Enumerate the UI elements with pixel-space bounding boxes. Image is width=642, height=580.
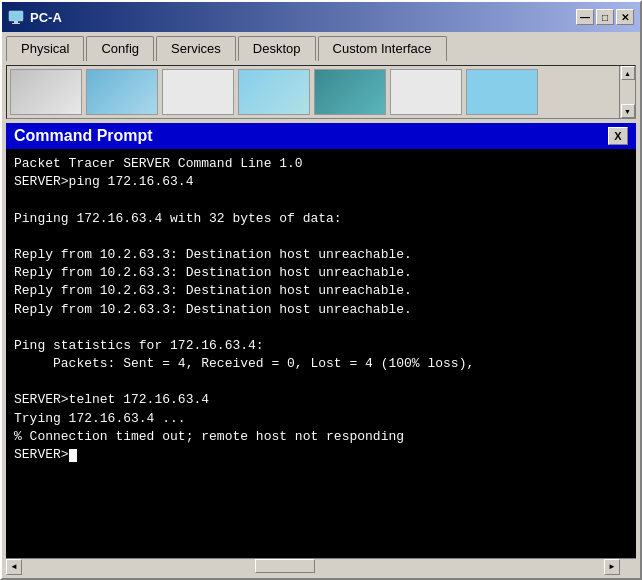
icon-thumb-3[interactable]	[162, 69, 234, 115]
scroll-down-icon[interactable]: ▼	[621, 104, 635, 118]
bottom-scrollbar: ◄ ►	[6, 558, 636, 574]
icon-thumb-4[interactable]	[238, 69, 310, 115]
scroll-corner	[620, 559, 636, 575]
maximize-button[interactable]: □	[596, 9, 614, 25]
tab-bar: Physical Config Services Desktop Custom …	[2, 32, 640, 61]
close-button[interactable]: ✕	[616, 9, 634, 25]
window-title: PC-A	[30, 10, 62, 25]
icon-thumb-6[interactable]	[390, 69, 462, 115]
tab-physical[interactable]: Physical	[6, 36, 84, 61]
scroll-up-icon[interactable]: ▲	[621, 66, 635, 80]
minimize-button[interactable]: —	[576, 9, 594, 25]
title-buttons: — □ ✕	[576, 9, 634, 25]
horizontal-scroll-thumb[interactable]	[255, 559, 315, 573]
scroll-left-button[interactable]: ◄	[6, 559, 22, 575]
cmd-title: Command Prompt	[14, 127, 153, 145]
svg-rect-2	[12, 23, 20, 24]
cursor	[69, 449, 77, 462]
content-area: ▲ ▼ Command Prompt X Packet Tracer SERVE…	[2, 61, 640, 578]
scroll-right-button[interactable]: ►	[604, 559, 620, 575]
tab-desktop[interactable]: Desktop	[238, 36, 316, 61]
svg-rect-0	[9, 11, 23, 21]
tab-custom-interface[interactable]: Custom Interface	[318, 36, 447, 61]
cmd-title-bar: Command Prompt X	[6, 123, 636, 149]
cmd-container: Command Prompt X Packet Tracer SERVER Co…	[6, 123, 636, 558]
cmd-body[interactable]: Packet Tracer SERVER Command Line 1.0 SE…	[6, 149, 636, 558]
icon-strip	[7, 66, 619, 118]
tab-services[interactable]: Services	[156, 36, 236, 61]
tab-config[interactable]: Config	[86, 36, 154, 61]
title-bar: PC-A — □ ✕	[2, 2, 640, 32]
icon-thumb-2[interactable]	[86, 69, 158, 115]
icon-thumb-1[interactable]	[10, 69, 82, 115]
icon-thumb-7[interactable]	[466, 69, 538, 115]
cmd-close-button[interactable]: X	[608, 127, 628, 145]
svg-rect-1	[14, 21, 18, 23]
horizontal-scroll-track[interactable]	[22, 559, 604, 575]
icon-thumb-5[interactable]	[314, 69, 386, 115]
title-bar-left: PC-A	[8, 9, 62, 25]
icon-strip-scrollbar: ▲ ▼	[619, 66, 635, 118]
main-window: PC-A — □ ✕ Physical Config Services Desk…	[0, 0, 642, 580]
pc-icon	[8, 9, 24, 25]
